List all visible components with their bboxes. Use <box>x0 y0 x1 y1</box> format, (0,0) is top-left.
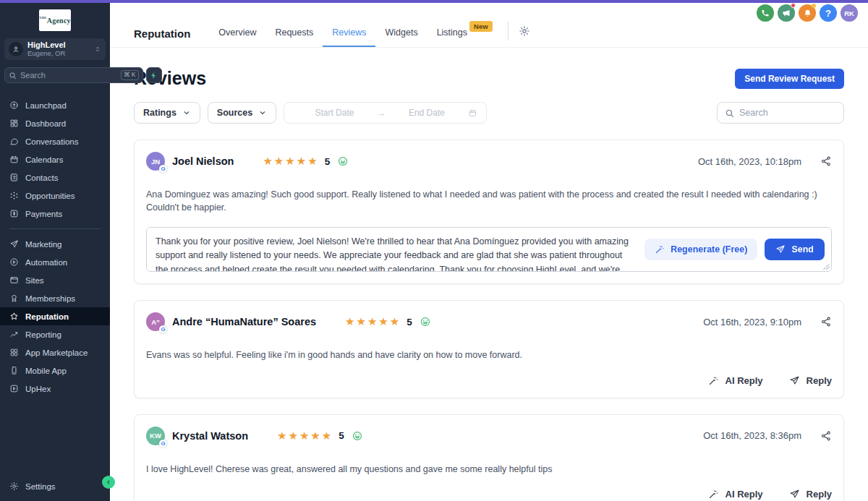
sidebar-item-label: Conversations <box>25 137 79 146</box>
sidebar-item-contacts[interactable]: Contacts <box>0 168 110 187</box>
sources-filter-dropdown[interactable]: Sources <box>208 102 276 124</box>
sentiment-smiley-icon <box>420 316 431 327</box>
sidebar-item-marketing[interactable]: Marketing <box>0 235 110 253</box>
review-header-right: Oct 16th, 2023, 8:36pm <box>703 430 832 442</box>
review-card: KW G Krystal Watson ★★★★★ 5 Oct 16th, 20… <box>134 414 844 501</box>
sidebar-collapse-button[interactable] <box>102 476 115 489</box>
sidebar-item-calendars[interactable]: Calendars <box>0 150 110 168</box>
reply-actions: Regenerate (Free) Send <box>644 239 825 260</box>
sentiment-smiley-icon <box>337 155 349 167</box>
sidebar-item-label: Reporting <box>25 330 61 339</box>
reply-button[interactable]: Reply <box>789 489 832 500</box>
reputation-settings-button[interactable] <box>519 25 530 37</box>
sidebar-item-payments[interactable]: Payments <box>0 205 110 223</box>
ai-assistant-button[interactable] <box>146 67 162 83</box>
review-header-right: Oct 16th, 2023, 9:10pm <box>703 316 832 327</box>
tab-listings[interactable]: Listings New <box>427 20 502 47</box>
sidebar-item-label: Mobile App <box>25 367 67 375</box>
sidebar-item-conversations[interactable]: Conversations <box>0 132 110 150</box>
ribbon-badge-icon <box>9 294 19 303</box>
sidebar-item-launchpad[interactable]: Launchpad <box>0 96 110 114</box>
avatar-initials: JN <box>151 158 160 166</box>
sidebar-item-settings[interactable]: Settings <box>0 477 110 495</box>
reviews-search-input[interactable] <box>739 108 836 118</box>
megaphone-icon <box>782 9 791 17</box>
sidebar-item-opportunities[interactable]: Opportunities <box>0 187 110 205</box>
sidebar-item-label: Settings <box>25 482 56 491</box>
sidebar-nav: Launchpad Dashboard Conversations Calend… <box>0 96 110 477</box>
ai-reply-button[interactable]: AI Reply <box>708 489 763 500</box>
rating-value: 5 <box>407 317 412 327</box>
share-button[interactable] <box>820 155 832 167</box>
sidebar-item-dashboard[interactable]: Dashboard <box>0 114 110 132</box>
ratings-filter-dropdown[interactable]: Ratings <box>134 102 200 124</box>
account-name: HighLevel <box>27 40 90 50</box>
tab-requests[interactable]: Requests <box>265 20 323 47</box>
main-area: ? RK Reputation Overview Requests Review… <box>110 3 868 501</box>
sidebar-item-reporting[interactable]: Reporting <box>0 325 110 343</box>
start-date-placeholder: Start Date <box>293 108 376 118</box>
calendar-icon <box>468 108 477 118</box>
review-actions: AI Reply Reply <box>146 375 832 386</box>
asterisk-dots-icon <box>9 191 19 200</box>
sidebar-item-mobile-app[interactable]: Mobile App <box>0 361 110 380</box>
top-accent-strip <box>0 0 868 3</box>
google-source-icon: G <box>159 440 167 448</box>
star-rating: ★★★★★ <box>263 155 318 168</box>
announcements-button[interactable] <box>778 4 795 22</box>
reviews-search[interactable] <box>717 102 844 124</box>
review-card-header: JN G Joel Nielson ★★★★★ 5 Oct 16th, 2023… <box>146 152 832 171</box>
share-button[interactable] <box>820 316 832 327</box>
page-title: Reputation <box>134 27 190 40</box>
date-range-picker[interactable]: Start Date → End Date <box>284 102 487 124</box>
magic-wand-icon <box>655 244 665 254</box>
ai-reply-button[interactable]: AI Reply <box>708 375 763 386</box>
agency-logo-prefix: THE <box>39 16 46 20</box>
grid-squares-icon <box>9 348 19 357</box>
send-reply-button[interactable]: Send <box>765 239 825 260</box>
help-button[interactable]: ? <box>820 4 837 22</box>
ai-reply-label: AI Reply <box>726 375 763 386</box>
review-date: Oct 16th, 2023, 9:10pm <box>703 317 801 327</box>
notifications-button[interactable] <box>799 4 816 22</box>
review-date: Oct 16th, 2023, 8:36pm <box>703 430 801 441</box>
send-plane-icon <box>775 244 786 254</box>
sidebar-item-app-marketplace[interactable]: App Marketplace <box>0 343 110 361</box>
sidebar-item-label: Memberships <box>25 294 75 303</box>
reply-button[interactable]: Reply <box>789 375 832 386</box>
sidebar-item-sites[interactable]: Sites <box>0 271 110 289</box>
sidebar-item-label: Calendars <box>25 155 63 164</box>
sidebar-item-automation[interactable]: Automation <box>0 253 110 271</box>
user-avatar[interactable]: RK <box>841 4 858 22</box>
sidebar-search[interactable]: ⌘ K <box>4 67 143 83</box>
textarea-resize-handle[interactable] <box>823 263 830 270</box>
sidebar-item-label: App Marketplace <box>25 348 88 357</box>
account-switcher[interactable]: HighLevel Eugene, OR <box>4 38 106 60</box>
question-icon: ? <box>825 8 831 19</box>
sidebar-item-uphex[interactable]: UpHex <box>0 380 110 398</box>
send-review-request-button[interactable]: Send Review Request <box>735 69 844 89</box>
tab-reviews[interactable]: Reviews <box>323 20 375 47</box>
arrow-right-icon: → <box>376 108 386 119</box>
regenerate-button[interactable]: Regenerate (Free) <box>644 239 757 260</box>
mobile-phone-icon <box>9 366 19 375</box>
sidebar-search-input[interactable] <box>20 71 117 80</box>
tab-overview[interactable]: Overview <box>209 20 265 47</box>
share-button[interactable] <box>820 430 832 442</box>
phone-button[interactable] <box>757 4 774 22</box>
account-avatar-icon <box>9 42 23 56</box>
sidebar-item-reputation[interactable]: Reputation <box>0 307 110 325</box>
user-avatar-initials: RK <box>844 9 854 17</box>
sidebar-settings-row: Settings <box>0 477 110 495</box>
agency-logo-name: Agency <box>47 17 71 25</box>
share-icon <box>820 430 832 442</box>
sidebar: THEAgency HighLevel Eugene, OR ⌘ K Launc… <box>0 3 110 501</box>
bell-icon <box>803 9 812 18</box>
review-text: Ana Dominguez was amazing! Such good sup… <box>146 189 832 214</box>
sidebar-item-memberships[interactable]: Memberships <box>0 289 110 307</box>
tab-widgets[interactable]: Widgets <box>375 20 427 47</box>
review-card-header: KW G Krystal Watson ★★★★★ 5 Oct 16th, 20… <box>146 427 832 445</box>
header-nav: Reputation Overview Requests Reviews Wid… <box>110 3 868 48</box>
filter-row: Ratings Sources Start Date → End Date <box>134 102 844 124</box>
star-icon <box>9 312 19 321</box>
